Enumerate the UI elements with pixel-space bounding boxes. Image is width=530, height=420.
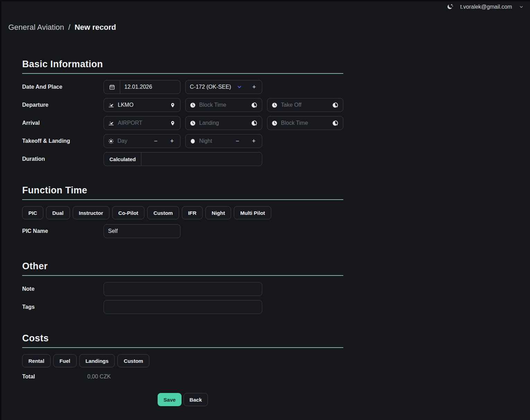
row-departure: Departure: [22, 98, 343, 112]
night-decrement-button[interactable]: −: [229, 134, 246, 148]
costs-button-custom[interactable]: Custom: [117, 354, 149, 367]
departure-block-time-input[interactable]: [199, 102, 242, 108]
arrival-block-time-now-button[interactable]: [327, 116, 343, 130]
clock-set-icon: [251, 102, 257, 108]
departure-take-off-field: [267, 98, 327, 112]
function-time-button-night[interactable]: Night: [205, 206, 231, 219]
save-button[interactable]: Save: [158, 393, 182, 406]
arrival-landing-now-button[interactable]: [246, 116, 262, 130]
breadcrumb: General Aviation / New record: [8, 23, 116, 32]
form-content: Basic Information Date And Place: [22, 59, 343, 406]
costs-button-rental[interactable]: Rental: [22, 354, 51, 367]
note-group: [104, 282, 262, 296]
section-costs: Costs Rental Fuel Landings Custom Total …: [22, 333, 343, 406]
arrival-locate-button[interactable]: [165, 116, 180, 130]
night-counter-group: − +: [185, 134, 262, 148]
departure-take-off-group: [267, 98, 343, 112]
function-time-button-multi-pilot[interactable]: Multi Pilot: [234, 206, 271, 219]
tags-label: Tags: [22, 304, 104, 310]
pic-name-input[interactable]: [108, 228, 176, 234]
day-decrement-button[interactable]: −: [148, 134, 164, 148]
night-increment-button[interactable]: +: [246, 134, 262, 148]
arrival-landing-field: [186, 116, 246, 130]
window-top-edge: [0, 0, 530, 1]
function-time-button-custom[interactable]: Custom: [147, 206, 179, 219]
date-input[interactable]: [124, 84, 176, 90]
night-count-input[interactable]: [199, 138, 225, 144]
aircraft-select[interactable]: C-172 (OK-SEE): [186, 80, 246, 94]
departure-airport-group: [104, 98, 180, 112]
duration-group: Calculated: [104, 152, 262, 166]
plane-takeoff-icon: [108, 102, 114, 108]
section-title-function-time: Function Time: [22, 185, 343, 196]
calendar-button[interactable]: [104, 80, 120, 94]
pic-name-field: [104, 225, 180, 238]
plane-takeoff-icon: [108, 120, 114, 126]
duration-field: [141, 152, 262, 166]
arrival-airport-input[interactable]: [118, 120, 161, 126]
date-input-group: [104, 80, 180, 94]
costs-button-landings[interactable]: Landings: [79, 354, 115, 367]
date-and-place-label: Date And Place: [22, 84, 104, 90]
chevron-down-icon: [237, 84, 242, 90]
arrival-block-time-input[interactable]: [281, 120, 323, 126]
costs-buttons: Rental Fuel Landings Custom: [22, 354, 343, 367]
day-increment-button[interactable]: +: [164, 134, 180, 148]
breadcrumb-general-aviation[interactable]: General Aviation: [8, 23, 64, 32]
account-menu-button[interactable]: [519, 5, 524, 9]
row-arrival: Arrival: [22, 116, 343, 130]
clock-set-icon: [332, 120, 338, 126]
costs-button-fuel[interactable]: Fuel: [53, 354, 77, 367]
add-aircraft-button[interactable]: +: [246, 80, 262, 94]
departure-take-off-input[interactable]: [281, 102, 323, 108]
clock-icon: [272, 102, 277, 108]
clock-set-icon: [251, 120, 257, 126]
pic-name-label: PIC Name: [22, 228, 104, 234]
theme-toggle-button[interactable]: [446, 3, 453, 10]
departure-locate-button[interactable]: [165, 98, 180, 112]
form-actions: Save Back: [22, 393, 343, 406]
clock-icon: [190, 102, 196, 108]
arrival-landing-input[interactable]: [199, 120, 242, 126]
moon-icon: [190, 138, 196, 144]
function-time-button-ifr[interactable]: IFR: [182, 206, 203, 219]
arrival-block-time-group: [267, 116, 343, 130]
plus-icon: +: [170, 138, 174, 145]
section-basic-information: Basic Information Date And Place: [22, 59, 343, 166]
clock-icon: [272, 120, 277, 126]
departure-take-off-now-button[interactable]: [327, 98, 343, 112]
sun-icon: [108, 138, 114, 144]
pic-name-group: [104, 224, 180, 238]
function-time-button-dual[interactable]: Dual: [46, 206, 70, 219]
plus-icon: +: [252, 84, 256, 91]
departure-airport-input[interactable]: [118, 102, 161, 108]
page-title: New record: [74, 23, 116, 32]
clock-set-icon: [332, 102, 338, 108]
note-input[interactable]: [108, 286, 258, 292]
row-duration: Duration Calculated: [22, 152, 343, 166]
total-label: Total: [22, 374, 87, 380]
row-pic-name: PIC Name: [22, 224, 343, 238]
departure-label: Departure: [22, 102, 104, 108]
day-field: [104, 134, 148, 148]
tags-input[interactable]: [108, 304, 258, 310]
back-button[interactable]: Back: [184, 393, 208, 406]
arrival-block-time-field: [267, 116, 327, 130]
section-rule: [22, 199, 343, 200]
row-total: Total 0,00 CZK: [22, 374, 343, 380]
account-email[interactable]: t.voralek@gmail.com: [460, 4, 512, 10]
minus-icon: −: [154, 138, 158, 145]
function-time-button-co-pilot[interactable]: Co-Pilot: [112, 206, 145, 219]
section-rule: [22, 347, 343, 348]
date-field-wrap: [120, 80, 180, 94]
departure-airport-field: [104, 98, 165, 112]
function-time-buttons: PIC Dual Instructor Co-Pilot Custom IFR …: [22, 206, 343, 219]
function-time-button-pic[interactable]: PIC: [22, 206, 43, 219]
duration-input[interactable]: [145, 156, 258, 162]
departure-block-time-now-button[interactable]: [246, 98, 262, 112]
tags-group: [104, 300, 262, 314]
day-counter-group: − +: [104, 134, 180, 148]
function-time-button-instructor[interactable]: Instructor: [73, 206, 109, 219]
duration-calculated-label: Calculated: [104, 152, 141, 166]
day-count-input[interactable]: [117, 138, 143, 144]
